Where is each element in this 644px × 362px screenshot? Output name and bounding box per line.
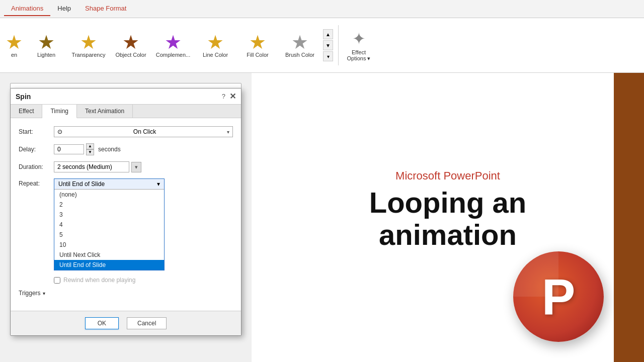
dialog-body: Start: ⊙ On Click ▾ Delay:: [11, 118, 241, 311]
delay-spin-up[interactable]: ▲: [86, 143, 94, 149]
dialog-controls: ? ✕: [222, 92, 236, 101]
repeat-option-next-click[interactable]: Until Next Click: [54, 250, 164, 260]
repeat-option-10[interactable]: 10: [54, 240, 164, 250]
tab-animations[interactable]: Animations: [4, 2, 50, 16]
delay-input[interactable]: [54, 144, 84, 154]
repeat-option-end-slide[interactable]: Until End of Slide: [54, 260, 164, 270]
start-select[interactable]: ⊙ On Click ▾: [54, 126, 233, 137]
duration-row: Duration: 2 seconds (Medium) ▾: [19, 161, 233, 172]
left-panel: Animation ⊡ Spin ? ✕ Effect Timing Tex: [0, 73, 252, 362]
start-value: On Click: [133, 128, 156, 135]
start-select-arrow: ▾: [227, 129, 229, 135]
rewind-checkbox[interactable]: [54, 277, 60, 284]
complement-star-icon: ★: [165, 33, 182, 52]
repeat-option-none[interactable]: (none): [54, 190, 164, 200]
delay-spin-down[interactable]: ▼: [86, 149, 94, 155]
ribbon-item-partial[interactable]: ★ en: [4, 31, 24, 60]
brush-color-label: Brush Color: [285, 52, 314, 58]
object-color-label: Object Color: [115, 52, 146, 58]
duration-value: 2 seconds (Medium): [57, 163, 112, 170]
ribbon: Animations Help Shape Format ★ en ★ Ligh…: [0, 0, 644, 73]
spin-dialog: Spin ? ✕ Effect Timing Text Animation: [10, 88, 242, 336]
repeat-option-2[interactable]: 2: [54, 200, 164, 210]
scroll-expand-button[interactable]: ▾: [323, 51, 333, 61]
dialog-tab-timing[interactable]: Timing: [42, 105, 77, 118]
cancel-button[interactable]: Cancel: [127, 317, 167, 329]
repeat-dropdown-list: (none) 2 3 4 5 10 Until Next Click Until…: [54, 190, 164, 270]
repeat-dropdown[interactable]: Until End of Slide ▾ (none) 2 3 4 5 10: [54, 178, 165, 270]
ok-button[interactable]: OK: [85, 317, 119, 329]
scroll-up-button[interactable]: ▲: [323, 29, 333, 39]
effect-options-star-icon: ✦: [352, 29, 366, 48]
triggers-expand-icon[interactable]: ▾: [43, 291, 45, 296]
scroll-down-button[interactable]: ▼: [323, 40, 333, 50]
delay-spinners: ▲ ▼: [86, 143, 94, 155]
repeat-control: Until End of Slide ▾ (none) 2 3 4 5 10: [54, 178, 233, 270]
partial-star-icon: ★: [6, 33, 23, 52]
repeat-dropdown-arrow: ▾: [157, 180, 160, 188]
duration-box: 2 seconds (Medium): [54, 161, 129, 172]
lighten-star-icon: ★: [38, 33, 55, 52]
duration-arrow[interactable]: ▾: [131, 162, 141, 172]
ribbon-item-object-color[interactable]: ★ Object Color: [111, 31, 151, 60]
delay-control: ▲ ▼ seconds: [54, 143, 233, 155]
main-heading: Looping an animation: [369, 187, 527, 251]
tab-shape-format[interactable]: Shape Format: [78, 2, 133, 16]
repeat-selected-value: Until End of Slide: [58, 180, 105, 188]
powerpoint-logo: P: [513, 251, 604, 342]
start-control: ⊙ On Click ▾: [54, 126, 233, 137]
dialog-tab-effect[interactable]: Effect: [11, 105, 42, 118]
line-color-star-icon: ★: [207, 33, 224, 52]
logo-letter: P: [542, 272, 576, 322]
ribbon-content: ★ en ★ Lighten ★ Transparency ★ Object C…: [0, 18, 644, 72]
rewind-row: Rewind when done playing: [19, 277, 233, 284]
partial-item-label: en: [11, 52, 17, 58]
ribbon-item-line-color[interactable]: ★ Line Color: [195, 31, 235, 60]
app-label: Microsoft PowerPoint: [395, 169, 500, 183]
ribbon-item-transparency[interactable]: ★ Transparency: [68, 31, 109, 60]
transparency-star-icon: ★: [80, 33, 97, 52]
start-row: Start: ⊙ On Click ▾: [19, 126, 233, 137]
dialog-titlebar: Spin ? ✕: [11, 88, 241, 105]
fill-color-star-icon: ★: [249, 33, 266, 52]
effect-options-label: EffectOptions ▾: [347, 49, 371, 62]
main-area: Animation ⊡ Spin ? ✕ Effect Timing Tex: [0, 73, 644, 362]
ribbon-item-lighten[interactable]: ★ Lighten: [26, 31, 66, 60]
dialog-footer: OK Cancel: [11, 311, 241, 335]
dialog-title: Spin: [16, 93, 31, 101]
heading-line2: animation: [379, 218, 517, 251]
delay-row: Delay: ▲ ▼ seconds: [19, 143, 233, 155]
dialog-tab-text-animation[interactable]: Text Animation: [77, 105, 133, 118]
repeat-option-4[interactable]: 4: [54, 220, 164, 230]
dialog-tabs: Effect Timing Text Animation: [11, 105, 241, 118]
effect-options-button[interactable]: ✦ EffectOptions ▾: [343, 27, 375, 64]
duration-control: 2 seconds (Medium) ▾: [54, 161, 233, 172]
ribbon-item-fill-color[interactable]: ★ Fill Color: [237, 31, 278, 60]
complement-label: Complemen...: [156, 52, 190, 58]
repeat-option-3[interactable]: 3: [54, 210, 164, 220]
dialog-overlay: Spin ? ✕ Effect Timing Text Animation: [10, 88, 242, 336]
repeat-selected: Until End of Slide ▾: [54, 179, 164, 190]
lighten-label: Lighten: [37, 52, 55, 58]
dialog-close-button[interactable]: ✕: [229, 92, 236, 101]
right-panel: Microsoft PowerPoint Looping an animatio…: [252, 73, 644, 362]
brush-color-star-icon: ★: [291, 33, 308, 52]
repeat-row: Repeat: Until End of Slide ▾ (none) 2: [19, 178, 233, 270]
line-color-label: Line Color: [203, 52, 228, 58]
duration-label: Duration:: [19, 163, 54, 170]
start-icon: ⊙: [57, 128, 62, 135]
triggers-control: Triggers ▾: [19, 290, 45, 297]
repeat-option-5[interactable]: 5: [54, 230, 164, 240]
delay-label: Delay:: [19, 146, 54, 153]
right-sidebar: [614, 73, 644, 362]
start-label: Start:: [19, 128, 54, 135]
delay-unit: seconds: [98, 146, 121, 153]
ribbon-item-complement[interactable]: ★ Complemen...: [153, 31, 193, 60]
tab-help[interactable]: Help: [50, 2, 78, 16]
ribbon-item-brush-color[interactable]: ★ Brush Color: [280, 31, 320, 60]
dialog-help-button[interactable]: ?: [222, 93, 225, 100]
fill-color-label: Fill Color: [247, 52, 268, 58]
logo-circle: P: [513, 251, 604, 342]
ribbon-scroll: ▲ ▼ ▾: [323, 29, 333, 61]
transparency-label: Transparency: [72, 52, 106, 58]
